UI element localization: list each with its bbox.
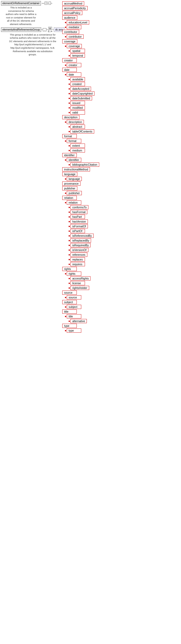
element-box-isFormatOf[interactable]: isFormatOf <box>70 224 88 228</box>
element-box-accessRights[interactable]: accessRights <box>70 276 91 281</box>
dot-language2 <box>65 178 66 180</box>
element-box-coverage1[interactable]: coverage <box>62 39 77 43</box>
element-box-temporal[interactable]: temporal <box>70 53 85 58</box>
element-box-rights1[interactable]: rights <box>62 267 77 271</box>
element-box-medium[interactable]: medium <box>70 148 85 153</box>
element-box-format2[interactable]: format <box>67 139 81 143</box>
element-row-identifier1: identifier <box>61 153 180 158</box>
element-box-isVersionOf[interactable]: isVersionOf <box>70 248 88 252</box>
element-box-type2[interactable]: type <box>67 328 81 333</box>
element-box-language2[interactable]: language <box>67 177 82 181</box>
element-box-format1[interactable]: format <box>62 134 77 138</box>
dot-hasPart <box>69 216 70 218</box>
multiplicity-label: 0..∞ <box>48 30 52 33</box>
element-box-date1[interactable]: date <box>62 68 77 72</box>
element-box-conformsTo[interactable]: conformsTo <box>70 205 88 209</box>
element-row-dateAccepted: dateAccepted <box>61 86 180 91</box>
element-row-rightsHolder: rightsHolder <box>61 286 180 290</box>
elements-and-refinements-group-box[interactable]: elementsAndRefinementsGroup <box>1 27 41 32</box>
element-row-language2: language <box>61 176 180 181</box>
element-row-format2: format <box>61 139 180 143</box>
element-box-spatial[interactable]: spatial <box>70 49 85 53</box>
element-box-issued[interactable]: issued <box>70 101 85 105</box>
element-box-references[interactable]: references <box>70 253 87 257</box>
element-box-bibliographicCitation[interactable]: bibliographicCitation <box>70 163 99 167</box>
element-box-description1[interactable]: description <box>62 115 79 119</box>
element-box-source1[interactable]: source <box>62 291 77 295</box>
element-box-hasVersion[interactable]: hasVersion <box>70 219 88 224</box>
element-box-isReplacedBy[interactable]: isReplacedBy <box>70 238 91 243</box>
element-row-contributor1: contributor <box>61 30 180 34</box>
element-box-isRequiredBy[interactable]: isRequiredBy <box>70 243 91 247</box>
tooltip-1: This is included as a convenience for sc… <box>5 6 37 26</box>
element-box-creator2[interactable]: creator <box>67 63 81 67</box>
element-box-accrualMethod[interactable]: accrualMethod <box>62 1 84 6</box>
element-box-accrualPolicy[interactable]: accrualPolicy <box>62 11 82 15</box>
dot-mediator <box>65 27 66 28</box>
element-box-contributor1[interactable]: contributor <box>62 30 79 34</box>
element-box-valid[interactable]: valid <box>70 110 85 115</box>
dot-tableOfContents <box>69 131 70 132</box>
element-row-bibliographicCitation: bibliographicCitation <box>61 162 180 167</box>
element-box-isReferencedBy[interactable]: isReferencedBy <box>70 234 94 238</box>
element-box-provenance[interactable]: provenance <box>62 181 80 186</box>
dot-spatial <box>69 50 70 52</box>
element-box-hasFormat[interactable]: hasFormat <box>70 210 87 214</box>
element-box-isPartOf[interactable]: isPartOf <box>70 229 85 233</box>
element-or-refinement-container-box[interactable]: elementOrRefinementContainer <box>1 1 41 6</box>
element-row-subject2: subject <box>61 304 180 309</box>
element-box-replaces[interactable]: replaces <box>70 257 85 262</box>
element-box-contributor2[interactable]: contributor <box>67 35 84 39</box>
element-box-abstract[interactable]: abstract <box>70 125 85 129</box>
ellipsis-box: ... <box>43 28 46 31</box>
element-box-identifier2[interactable]: identifier <box>67 158 81 162</box>
dot-rightsHolder <box>69 287 70 289</box>
element-box-description2[interactable]: description <box>67 120 84 124</box>
element-box-license[interactable]: license <box>70 281 85 285</box>
dot-identifier2 <box>65 159 66 161</box>
element-box-subject2[interactable]: subject <box>67 305 81 309</box>
element-box-tableOfContents[interactable]: tableOfContents <box>70 129 94 134</box>
element-box-rightsHolder[interactable]: rightsHolder <box>70 286 89 290</box>
element-box-rights2[interactable]: rights <box>67 272 81 276</box>
element-box-date2[interactable]: date <box>67 72 81 77</box>
element-box-title1[interactable]: title <box>62 309 77 314</box>
element-box-relation2[interactable]: relation <box>67 200 81 205</box>
element-box-available[interactable]: available <box>70 77 85 81</box>
element-box-educationLevel[interactable]: educationLevel <box>67 20 89 24</box>
element-box-dateAccepted[interactable]: dateAccepted <box>70 87 91 91</box>
element-box-publisher2[interactable]: publisher <box>67 191 82 195</box>
element-box-creator1[interactable]: creator <box>62 58 77 62</box>
element-box-audience[interactable]: audience <box>62 16 77 20</box>
element-box-modified[interactable]: modified <box>70 106 85 110</box>
element-box-coverage2[interactable]: coverage <box>67 44 82 48</box>
dot-contributor2 <box>65 36 66 37</box>
element-row-creator1: creator <box>61 58 180 63</box>
element-box-created[interactable]: created <box>70 82 85 86</box>
element-box-requires[interactable]: requires <box>70 262 85 266</box>
element-box-relation1[interactable]: relation <box>62 196 77 200</box>
element-box-subject1[interactable]: subject <box>62 300 77 304</box>
element-box-language1[interactable]: language <box>62 172 77 176</box>
element-box-type1[interactable]: type <box>62 324 77 328</box>
dot-isFormatOf <box>69 226 70 227</box>
element-box-hasPart[interactable]: hasPart <box>70 215 85 219</box>
element-box-alternative[interactable]: alternative <box>70 319 87 323</box>
element-row-source2: source <box>61 295 180 300</box>
element-box-identifier1[interactable]: identifier <box>62 153 77 157</box>
element-box-title2[interactable]: title <box>67 314 81 318</box>
element-box-instructionalMethod[interactable]: instructionalMethod <box>62 167 90 171</box>
element-row-conformsTo: conformsTo <box>61 205 180 210</box>
element-box-dateCopyrighted[interactable]: dateCopyrighted <box>70 91 94 96</box>
dot-source2 <box>65 297 66 298</box>
element-row-publisher1: publisher <box>61 186 180 191</box>
element-box-publisher1[interactable]: publisher <box>62 186 77 190</box>
dot-hasVersion <box>69 221 70 222</box>
element-box-dateSubmitted[interactable]: dateSubmitted <box>70 96 92 100</box>
element-box-accrualPeriodicity[interactable]: accrualPeriodicity <box>62 6 88 10</box>
element-row-abstract: abstract <box>61 124 180 129</box>
element-box-mediator[interactable]: mediator <box>67 25 81 29</box>
dot-type2 <box>65 330 66 331</box>
element-box-extent[interactable]: extent <box>70 144 85 148</box>
element-box-source2[interactable]: source <box>67 295 81 299</box>
